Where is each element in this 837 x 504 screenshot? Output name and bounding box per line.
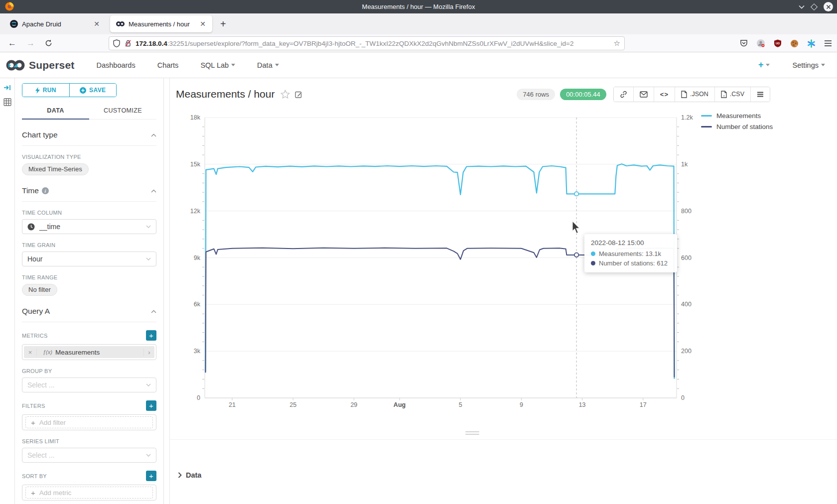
- remove-metric-icon[interactable]: ×: [24, 349, 37, 356]
- close-icon[interactable]: [824, 2, 833, 11]
- chevron-down-icon: [821, 64, 825, 66]
- svg-text:3k: 3k: [194, 348, 201, 355]
- nav-item-sqllab[interactable]: SQL Lab: [200, 61, 235, 69]
- tab-customize[interactable]: CUSTOMIZE: [89, 103, 156, 119]
- chevron-up-icon: [151, 133, 156, 137]
- add-filter-ghost-button[interactable]: +Add filter: [25, 416, 153, 428]
- run-button[interactable]: RUN: [22, 84, 70, 97]
- bookmark-star-icon[interactable]: ☆: [614, 39, 620, 48]
- time-grain-select[interactable]: Hour: [22, 252, 156, 266]
- add-filter-button[interactable]: +: [146, 400, 156, 411]
- nav-item-data[interactable]: Data: [257, 61, 279, 69]
- superset-navbar: Superset Dashboards Charts SQL Lab Data …: [0, 52, 837, 78]
- chevron-down-icon: [146, 383, 151, 386]
- panel-resize-handle[interactable]: [465, 431, 479, 436]
- tab-close-icon[interactable]: ✕: [92, 20, 101, 28]
- legend-label: Number of stations: [716, 123, 773, 130]
- explore-content: RUN SAVE DATA CUSTOMIZE Chart type VISUA…: [0, 78, 837, 504]
- reload-button[interactable]: [45, 39, 52, 47]
- time-column-select[interactable]: __time: [22, 219, 156, 234]
- chevron-down-icon: [275, 64, 279, 66]
- svg-text:25: 25: [289, 401, 296, 408]
- url-text[interactable]: 172.18.0.4:32251/superset/explore/?form_…: [136, 40, 614, 47]
- svg-text:0: 0: [197, 394, 200, 401]
- svg-text:5: 5: [459, 401, 462, 408]
- email-button[interactable]: [634, 87, 654, 102]
- url-host: 172.18.0.4: [136, 40, 167, 47]
- section-chart-type[interactable]: Chart type: [22, 130, 156, 146]
- series-dot: [591, 261, 595, 265]
- chart-legend: Measurements Number of stations: [701, 110, 773, 132]
- chevron-up-icon: [151, 189, 156, 193]
- plus-circle-icon: [80, 87, 86, 94]
- series-limit-select[interactable]: Select ...: [22, 448, 156, 463]
- settings-menu[interactable]: Settings: [793, 61, 825, 69]
- section-time[interactable]: Time i: [22, 186, 156, 202]
- druid-favicon: [10, 20, 18, 28]
- time-grain-label: TIME GRAIN: [22, 242, 156, 248]
- svg-text:1k: 1k: [681, 161, 688, 168]
- metric-chip-measurements[interactable]: × ƒ(x) Measurements ›: [24, 346, 154, 358]
- time-range-value[interactable]: No filter: [22, 284, 57, 296]
- account-extension-icon[interactable]: [756, 39, 765, 48]
- legend-item-stations[interactable]: Number of stations: [701, 121, 773, 132]
- back-button[interactable]: ←: [8, 38, 16, 48]
- copy-link-button[interactable]: [614, 87, 634, 102]
- pocket-icon[interactable]: [740, 39, 748, 47]
- data-section-title: Data: [186, 471, 201, 479]
- shield-icon[interactable]: [113, 39, 120, 47]
- chart-plot-area[interactable]: 03k6k9k12k15k18k02004006008001k1.2k21252…: [170, 108, 837, 432]
- time-column-label: TIME COLUMN: [22, 210, 156, 216]
- legend-label: Measurements: [716, 112, 761, 120]
- edit-title-icon[interactable]: [295, 91, 302, 98]
- export-csv-button[interactable]: x.CSV: [715, 87, 751, 102]
- lock-insecure-icon[interactable]: [125, 39, 132, 47]
- viz-type-value[interactable]: Mixed Time-Series: [22, 163, 89, 175]
- add-sort-metric-ghost-button[interactable]: +Add metric: [25, 487, 153, 499]
- group-by-select[interactable]: Select ...: [22, 378, 156, 392]
- row-count-badge: 746 rows: [517, 89, 555, 100]
- tab-close-icon[interactable]: ✕: [198, 20, 207, 28]
- asterisk-extension-icon[interactable]: [807, 39, 816, 48]
- cookie-extension-icon[interactable]: [790, 39, 799, 48]
- series-swatch: [701, 115, 712, 117]
- clock-icon: [27, 223, 35, 231]
- svg-text:21: 21: [229, 401, 236, 408]
- forward-button[interactable]: →: [26, 38, 35, 48]
- new-tab-button[interactable]: +: [217, 18, 229, 30]
- new-chart-button[interactable]: +: [758, 60, 770, 70]
- data-results-section[interactable]: Data: [170, 439, 837, 504]
- expand-panel-icon[interactable]: [3, 84, 11, 91]
- chart-menu-button[interactable]: [751, 87, 770, 102]
- save-button[interactable]: SAVE: [70, 84, 117, 97]
- legend-item-measurements[interactable]: Measurements: [701, 110, 773, 121]
- sort-by-label: SORT BY+: [22, 471, 156, 481]
- minimize-icon[interactable]: [799, 5, 805, 9]
- tab-label: Apache Druid: [22, 20, 88, 28]
- add-metric-button[interactable]: +: [146, 330, 156, 341]
- viz-type-label: VISUALIZATION TYPE: [22, 154, 156, 160]
- expand-metric-icon[interactable]: ›: [143, 349, 154, 356]
- export-json-button[interactable]: .JSON: [675, 87, 715, 102]
- svg-text:29: 29: [350, 401, 357, 408]
- svg-text:1.2k: 1.2k: [681, 114, 693, 121]
- menu-hamburger-icon[interactable]: [824, 40, 832, 47]
- favorite-star-icon[interactable]: [280, 90, 290, 99]
- browser-tab-measurements[interactable]: Measurements / hour ✕: [110, 15, 212, 32]
- tab-data[interactable]: DATA: [22, 103, 89, 119]
- function-icon: ƒ(x): [43, 349, 52, 355]
- nav-item-charts[interactable]: Charts: [157, 61, 179, 69]
- dataset-grid-icon[interactable]: [3, 98, 11, 106]
- url-bar[interactable]: 172.18.0.4:32251/superset/explore/?form_…: [109, 36, 625, 50]
- file-icon: [681, 91, 687, 98]
- ublock-icon[interactable]: UO: [774, 39, 782, 47]
- embed-code-button[interactable]: <>: [654, 87, 675, 102]
- url-path: :32251/superset/explore/?form_data_key=O…: [167, 40, 574, 47]
- add-sort-metric-button[interactable]: +: [146, 471, 156, 481]
- browser-tab-druid[interactable]: Apache Druid ✕: [4, 15, 106, 32]
- svg-text:400: 400: [681, 301, 692, 308]
- nav-item-dashboards[interactable]: Dashboards: [96, 61, 135, 69]
- section-query-a[interactable]: Query A: [22, 307, 156, 322]
- superset-logo[interactable]: Superset: [6, 59, 74, 71]
- maximize-icon[interactable]: [811, 3, 818, 10]
